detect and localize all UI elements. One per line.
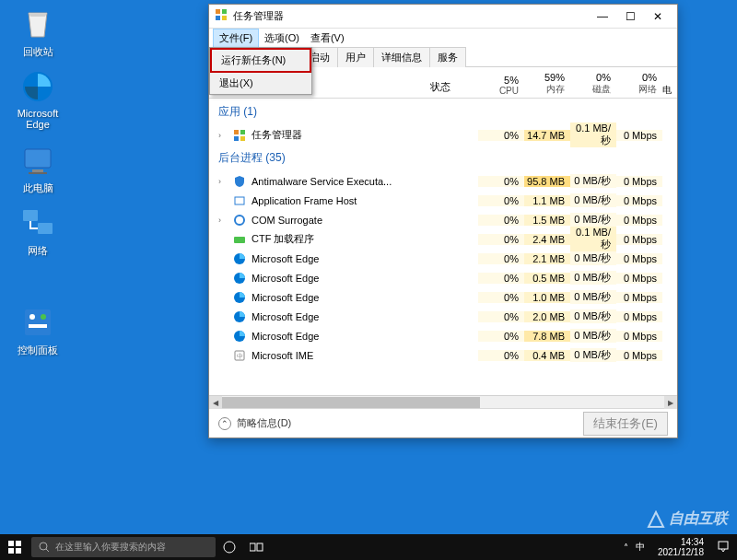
process-name: Microsoft Edge: [252, 331, 319, 342]
cpu-cell: 0%: [478, 292, 524, 303]
scroll-right-button[interactable]: ▶: [664, 396, 677, 409]
process-name: Microsoft Edge: [252, 273, 319, 284]
disk-cell: 0 MB/秒: [570, 213, 616, 227]
cortana-icon[interactable]: [216, 534, 243, 560]
watermark-text: 自由互联: [669, 509, 728, 529]
cpu-cell: 0%: [478, 273, 524, 284]
svg-rect-1: [25, 149, 51, 168]
maximize-button[interactable]: ☐: [616, 6, 644, 28]
titlebar[interactable]: 任务管理器 — ☐ ✕: [209, 5, 677, 29]
control-panel-icon: [19, 304, 56, 341]
window-icon: [233, 194, 246, 207]
process-name: Antimalware Service Executa...: [252, 176, 392, 187]
process-row[interactable]: Microsoft Edge 0% 2.0 MB 0 MB/秒 0 Mbps: [209, 307, 677, 326]
desktop-icon-control-panel[interactable]: 控制面板: [11, 304, 64, 357]
scroll-left-button[interactable]: ◀: [209, 396, 222, 409]
menu-file[interactable]: 文件(F): [213, 29, 259, 48]
task-view-icon[interactable]: [243, 534, 271, 560]
svg-rect-15: [240, 130, 245, 134]
process-name: Microsoft IME: [252, 350, 313, 361]
mem-cell: 0.5 MB: [524, 273, 570, 284]
notification-icon[interactable]: [717, 540, 730, 554]
svg-rect-11: [222, 9, 227, 14]
cpu-cell: 0%: [478, 215, 524, 226]
horizontal-scrollbar[interactable]: ◀ ▶: [209, 395, 677, 408]
window-title: 任务管理器: [233, 9, 284, 23]
process-row[interactable]: Microsoft Edge 0% 7.8 MB 0 MB/秒 0 Mbps: [209, 326, 677, 345]
svg-rect-18: [235, 197, 244, 204]
tray-ime-icon[interactable]: 中: [636, 541, 645, 554]
edge-icon: [233, 310, 246, 323]
process-name: Microsoft Edge: [252, 292, 319, 303]
search-box[interactable]: 在这里输入你要搜索的内容: [31, 537, 216, 557]
net-cell: 0 Mbps: [616, 130, 662, 141]
disk-cell: 0 MB/秒: [570, 309, 616, 323]
desktop-icon-network[interactable]: 网络: [11, 204, 64, 258]
svg-rect-6: [25, 309, 51, 335]
svg-rect-30: [8, 548, 14, 554]
cpu-cell: 0%: [478, 195, 524, 206]
desktop-icon-label: 回收站: [11, 45, 64, 59]
disk-cell: 0 MB/秒: [570, 251, 616, 265]
process-list: 应用 (1) › 任务管理器 0% 14.7 MB 0.1 MB/秒 0 Mbp…: [209, 99, 677, 395]
task-manager-window: 任务管理器 — ☐ ✕ 文件(F) 选项(O) 查看(V) 运行新任务(N) 退…: [208, 4, 678, 438]
clock-time: 14:34: [658, 537, 704, 547]
desktop-icon-edge[interactable]: Microsoft Edge: [11, 68, 64, 130]
process-row[interactable]: Application Frame Host 0% 1.1 MB 0 MB/秒 …: [209, 191, 677, 210]
menu-new-task[interactable]: 运行新任务(N): [210, 48, 311, 73]
end-task-button[interactable]: 结束任务(E): [583, 412, 668, 436]
process-row[interactable]: Microsoft Edge 0% 1.0 MB 0 MB/秒 0 Mbps: [209, 287, 677, 307]
file-dropdown: 运行新任务(N) 退出(X): [209, 47, 312, 95]
col-net[interactable]: 0% 网络: [616, 67, 662, 98]
desktop-icon-label: Microsoft Edge: [11, 108, 64, 130]
tab-details[interactable]: 详细信息: [373, 47, 430, 67]
disk-cell: 0 MB/秒: [570, 290, 616, 304]
mem-cell: 0.4 MB: [524, 350, 570, 361]
tray-chevron-icon[interactable]: ˄: [624, 542, 628, 553]
col-cpu[interactable]: 5% CPU: [478, 67, 524, 98]
cpu-cell: 0%: [478, 311, 524, 322]
search-placeholder: 在这里输入你要搜索的内容: [55, 541, 166, 554]
process-row[interactable]: ›Antimalware Service Executa... 0% 95.8 …: [209, 171, 677, 191]
ime-icon: 中: [233, 349, 246, 362]
chevron-right-icon[interactable]: ›: [218, 131, 228, 140]
chevron-right-icon[interactable]: ›: [218, 177, 228, 186]
cpu-cell: 0%: [478, 331, 524, 342]
svg-point-32: [40, 542, 47, 550]
fewer-details-button[interactable]: ⌃ 简略信息(D): [218, 416, 291, 430]
col-status[interactable]: 状态: [427, 67, 478, 98]
col-disk[interactable]: 0% 磁盘: [570, 67, 616, 98]
chevron-right-icon[interactable]: ›: [218, 216, 228, 225]
clock[interactable]: 14:34 2021/12/18: [652, 537, 709, 557]
desktop-icon-label: 控制面板: [11, 344, 64, 357]
scrollbar-thumb[interactable]: [222, 397, 480, 408]
menu-view[interactable]: 查看(V): [305, 29, 350, 47]
chevron-up-icon: ⌃: [218, 417, 231, 430]
minimize-button[interactable]: —: [589, 6, 616, 28]
edge-icon: [233, 291, 246, 304]
net-cell: 0 Mbps: [616, 311, 662, 322]
process-row[interactable]: Microsoft Edge 0% 2.1 MB 0 MB/秒 0 Mbps: [209, 249, 677, 268]
svg-point-19: [235, 216, 244, 225]
menu-exit[interactable]: 退出(X): [210, 73, 311, 94]
start-button[interactable]: [0, 534, 29, 560]
svg-rect-36: [257, 543, 263, 551]
footer: ⌃ 简略信息(D) 结束任务(E): [209, 408, 677, 438]
close-button[interactable]: ✕: [644, 6, 672, 28]
process-row[interactable]: › 任务管理器 0% 14.7 MB 0.1 MB/秒 0 Mbps: [209, 125, 677, 145]
desktop-icon-recycle-bin[interactable]: 回收站: [11, 6, 64, 59]
col-mem[interactable]: 59% 内存: [524, 67, 570, 98]
keyboard-icon: [233, 233, 246, 246]
edge-icon: [233, 252, 246, 265]
process-row[interactable]: Microsoft Edge 0% 0.5 MB 0 MB/秒 0 Mbps: [209, 268, 677, 287]
process-row[interactable]: CTF 加载程序 0% 2.4 MB 0.1 MB/秒 0 Mbps: [209, 229, 677, 249]
tab-services[interactable]: 服务: [429, 47, 466, 67]
disk-cell: 0 MB/秒: [570, 174, 616, 188]
svg-rect-3: [29, 172, 47, 174]
menu-options[interactable]: 选项(O): [259, 29, 305, 47]
tab-users[interactable]: 用户: [337, 47, 374, 67]
desktop-icon-this-pc[interactable]: 此电脑: [11, 142, 64, 195]
col-extra[interactable]: 电: [662, 67, 677, 98]
net-cell: 0 Mbps: [616, 273, 662, 284]
process-row[interactable]: 中Microsoft IME 0% 0.4 MB 0 MB/秒 0 Mbps: [209, 345, 677, 365]
